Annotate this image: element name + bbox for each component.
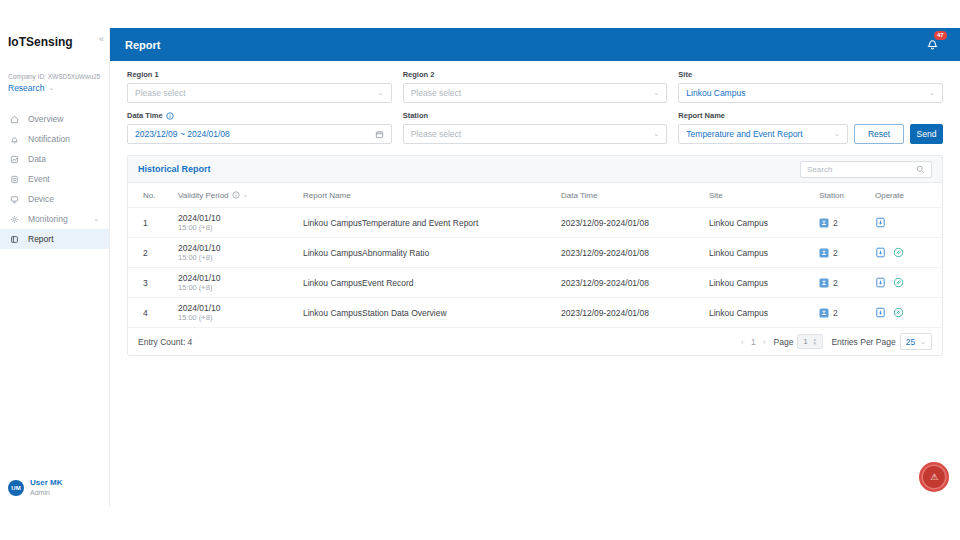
attachment-icon[interactable] (893, 277, 904, 288)
field-site: Site Linkou Campus ⌄ (678, 70, 943, 103)
sidebar-item-label: Notification (28, 134, 70, 144)
col-report-name: Report Name (303, 191, 561, 200)
search-input[interactable] (807, 165, 912, 174)
station-count: 2 (833, 308, 838, 318)
chevron-down-icon: ⌄ (378, 89, 384, 97)
cell-validity-period: 2024/01/10 15:00 (+8) (178, 303, 303, 322)
station-icon (819, 308, 829, 318)
warning-icon: ⚠ (923, 466, 945, 488)
main-content: Report 47 Region 1 Please select ⌄ Regio… (110, 28, 960, 507)
attachment-icon[interactable] (893, 307, 904, 318)
home-icon (10, 115, 19, 124)
attachment-icon[interactable] (893, 247, 904, 258)
table-row: 4 2024/01/10 15:00 (+8) Linkou CampusSta… (128, 298, 942, 328)
info-icon (232, 191, 240, 199)
emergency-alert-button[interactable]: ⚠ (919, 462, 949, 492)
col-site: Site (709, 191, 819, 200)
entries-per-page-control: Entries Per Page 25 ⌄ (831, 333, 932, 350)
sidebar: IoTSensing « Company ID: XWSD5XuWwuJ5 Re… (0, 28, 110, 507)
sidebar-item-label: Monitoring (28, 214, 68, 224)
validity-date: 2024/01/10 (178, 243, 303, 253)
workspace-selector[interactable]: Research ⌄ (8, 83, 101, 93)
field-report-name: Report Name Temperature and Event Report… (678, 111, 943, 144)
validity-time: 15:00 (+8) (178, 253, 303, 262)
search-icon[interactable] (916, 165, 925, 174)
user-name: User MK (30, 478, 62, 488)
region2-placeholder: Please select (411, 88, 462, 98)
sidebar-collapse-icon[interactable]: « (99, 35, 104, 44)
validity-time: 15:00 (+8) (178, 313, 303, 322)
report-icon (10, 235, 19, 244)
reset-button[interactable]: Reset (854, 124, 904, 144)
cell-site: Linkou Campus (709, 218, 819, 228)
sidebar-item-event[interactable]: Event (0, 169, 109, 189)
sidebar-item-report[interactable]: Report (0, 229, 109, 249)
cell-operate (875, 247, 942, 258)
data-time-value: 2023/12/09 ~ 2024/01/08 (135, 129, 230, 139)
report-name-select[interactable]: Temperature and Event Report ⌄ (678, 124, 848, 144)
download-report-icon[interactable] (875, 307, 886, 318)
cell-station[interactable]: 2 (819, 278, 875, 288)
sort-caret-icon[interactable]: ⌄ (243, 191, 249, 199)
download-report-icon[interactable] (875, 217, 886, 228)
notification-count-badge: 47 (934, 31, 947, 40)
page-stepper[interactable]: ▲▼ (812, 338, 816, 346)
entries-per-page-label: Entries Per Page (831, 337, 895, 347)
data-time-range-picker[interactable]: 2023/12/09 ~ 2024/01/08 (127, 124, 392, 144)
card-title: Historical Report (138, 164, 211, 174)
station-select[interactable]: Please select ⌄ (403, 124, 668, 144)
sidebar-menu: Overview Notification Data Event Device … (0, 109, 109, 249)
col-validity-period[interactable]: Validity Period ⌄ (178, 191, 303, 200)
send-button[interactable]: Send (910, 124, 943, 144)
page-label: Page (774, 337, 794, 347)
download-report-icon[interactable] (875, 277, 886, 288)
cell-site: Linkou Campus (709, 308, 819, 318)
sidebar-item-notification[interactable]: Notification (0, 129, 109, 149)
current-page[interactable]: 1 (751, 337, 756, 347)
sidebar-item-monitoring[interactable]: Monitoring ⌄ (0, 209, 109, 229)
site-value: Linkou Campus (686, 88, 745, 98)
site-label: Site (678, 70, 943, 79)
cell-no: 3 (143, 278, 178, 288)
station-count: 2 (833, 278, 838, 288)
site-select[interactable]: Linkou Campus ⌄ (678, 83, 943, 103)
app-window: IoTSensing « Company ID: XWSD5XuWwuJ5 Re… (0, 28, 960, 507)
cell-station[interactable]: 2 (819, 248, 875, 258)
cell-report-name: Linkou CampusTemperature and Event Repor… (303, 218, 561, 228)
gear-icon (10, 215, 19, 224)
region2-select[interactable]: Please select ⌄ (403, 83, 668, 103)
page-input-box: ▲▼ (797, 334, 823, 349)
notification-bell-button[interactable]: 47 (926, 36, 939, 54)
chevron-down-icon: ⌄ (929, 89, 935, 97)
filter-panel: Region 1 Please select ⌄ Region 2 Please… (110, 61, 960, 155)
search-box (800, 161, 932, 178)
cell-operate (875, 277, 942, 288)
chevron-down-icon: ⌄ (653, 130, 659, 138)
validity-time: 15:00 (+8) (178, 223, 303, 232)
data-time-label: Data Time (127, 111, 392, 120)
validity-time: 15:00 (+8) (178, 283, 303, 292)
col-validity-period-label: Validity Period (178, 191, 229, 200)
sidebar-item-label: Event (28, 174, 50, 184)
cell-data-time: 2023/12/09-2024/01/08 (561, 308, 709, 318)
user-profile[interactable]: UM User MK Admin (8, 478, 62, 497)
chevron-down-icon: ⌄ (920, 338, 926, 346)
sidebar-item-label: Device (28, 194, 54, 204)
next-page-button[interactable]: › (763, 337, 766, 347)
sidebar-item-overview[interactable]: Overview (0, 109, 109, 129)
cell-station[interactable]: 2 (819, 218, 875, 228)
table-row: 3 2024/01/10 15:00 (+8) Linkou CampusEve… (128, 268, 942, 298)
cell-station[interactable]: 2 (819, 308, 875, 318)
report-name-label: Report Name (678, 111, 943, 120)
entries-per-page-select[interactable]: 25 ⌄ (900, 333, 932, 350)
page-title: Report (125, 39, 160, 51)
prev-page-button[interactable]: ‹ (741, 337, 744, 347)
sidebar-item-data[interactable]: Data (0, 149, 109, 169)
sidebar-item-device[interactable]: Device (0, 189, 109, 209)
validity-date: 2024/01/10 (178, 213, 303, 223)
table-header-row: No. Validity Period ⌄ Report Name Data T… (128, 183, 942, 208)
region1-select[interactable]: Please select ⌄ (127, 83, 392, 103)
sidebar-item-label: Overview (28, 114, 63, 124)
page-number-input[interactable] (798, 337, 812, 346)
download-report-icon[interactable] (875, 247, 886, 258)
